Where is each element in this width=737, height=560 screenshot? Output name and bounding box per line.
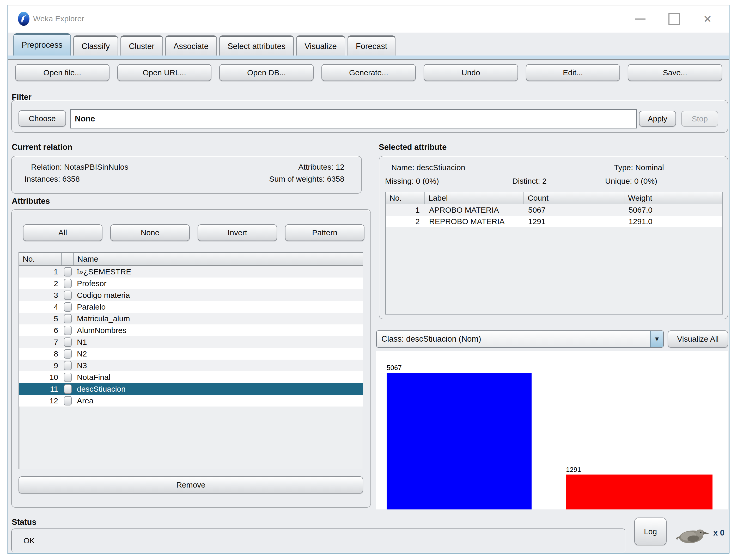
row-checkbox[interactable]: [62, 279, 74, 288]
tab-separator-line: [8, 59, 729, 60]
row-no: 8: [19, 349, 62, 358]
row-no: 6: [19, 326, 62, 335]
attribute-row-6[interactable]: 6AlumNombres: [19, 324, 362, 336]
row-name: ï»¿SEMESTRE: [74, 267, 131, 276]
visualize-all-button[interactable]: Visualize All: [668, 330, 728, 348]
chevron-down-icon[interactable]: ▼: [650, 331, 663, 347]
checkbox-icon: [64, 349, 72, 359]
row-checkbox[interactable]: [62, 373, 74, 382]
attribute-row-8[interactable]: 8N2: [19, 348, 362, 360]
open-url-button[interactable]: Open URL...: [117, 64, 212, 81]
open-file-button[interactable]: Open file...: [15, 64, 109, 81]
checkbox-icon: [64, 373, 72, 382]
attribute-row-11-selected[interactable]: 11descStiuacion: [19, 383, 362, 395]
label-row-2[interactable]: 2 REPROBO MATERIA 1291 1291.0: [386, 216, 722, 227]
edit-button[interactable]: Edit...: [526, 64, 620, 81]
apply-filter-button[interactable]: Apply: [639, 111, 676, 127]
save-button[interactable]: Save...: [628, 64, 722, 81]
row-name: Profesor: [74, 279, 106, 288]
attribute-row-12[interactable]: 12Area: [19, 395, 362, 407]
row-checkbox[interactable]: [62, 361, 74, 370]
column-weight-header: Weight: [624, 192, 722, 204]
class-dropdown-value: Class: descStiuacion (Nom): [377, 334, 650, 344]
row-no: 10: [19, 373, 62, 382]
log-button[interactable]: Log: [634, 518, 667, 545]
attribute-row-7[interactable]: 7N1: [19, 336, 362, 348]
row-name: Paralelo: [74, 303, 106, 311]
row-no: 1: [19, 267, 62, 276]
class-dropdown[interactable]: Class: descStiuacion (Nom) ▼: [376, 330, 664, 348]
attribute-row-3[interactable]: 3Codigo materia: [19, 289, 362, 301]
relation-value: Relation: NotasPBISinNulos: [31, 163, 128, 171]
tab-cluster[interactable]: Cluster: [120, 35, 163, 56]
row-checkbox[interactable]: [62, 314, 74, 323]
window-title: Weka Explorer: [33, 14, 84, 23]
row-no: 7: [19, 338, 62, 347]
filter-value-field[interactable]: None: [70, 109, 637, 128]
row-name: Matricula_alum: [74, 314, 130, 323]
minimize-button[interactable]: [631, 5, 649, 33]
missing-value: Missing: 0 (0%): [385, 177, 439, 186]
tab-associate[interactable]: Associate: [165, 35, 217, 56]
attribute-row-2[interactable]: 2Profesor: [19, 278, 362, 289]
attribute-name-value: Name: descStiuacion: [391, 163, 465, 172]
tab-forecast[interactable]: Forecast: [347, 35, 396, 56]
cell-count: 5067: [524, 206, 624, 214]
remove-button[interactable]: Remove: [19, 476, 363, 494]
attribute-row-9[interactable]: 9N3: [19, 360, 362, 371]
tab-select-attributes[interactable]: Select attributes: [219, 35, 294, 56]
all-button[interactable]: All: [23, 224, 102, 241]
close-icon: ✕: [703, 13, 712, 25]
none-button[interactable]: None: [110, 224, 190, 241]
row-checkbox[interactable]: [62, 384, 74, 394]
weka-explorer-window: Weka Explorer ✕ Preprocess Classify Clus…: [7, 5, 729, 553]
tab-bar: Preprocess Classify Cluster Associate Se…: [13, 34, 396, 56]
cell-no: 1: [386, 206, 425, 214]
invert-button[interactable]: Invert: [198, 224, 277, 241]
row-name: Codigo materia: [74, 291, 130, 300]
checkbox-icon: [64, 326, 72, 335]
checkbox-icon: [64, 361, 72, 370]
bar-aprobo-materia: [387, 373, 532, 509]
pattern-button[interactable]: Pattern: [285, 224, 364, 241]
choose-filter-button[interactable]: Choose: [19, 110, 66, 127]
row-checkbox[interactable]: [62, 326, 74, 335]
checkbox-icon: [64, 396, 72, 405]
tab-visualize[interactable]: Visualize: [296, 35, 345, 56]
tab-preprocess[interactable]: Preprocess: [13, 33, 71, 56]
maximize-button[interactable]: [665, 5, 683, 33]
checkbox-icon: [64, 337, 72, 347]
label-counts-header: No. Label Count Weight: [386, 192, 722, 204]
attributes-section-label: Attributes: [12, 196, 50, 206]
attribute-row-4[interactable]: 4Paralelo: [19, 301, 362, 313]
label-row-1[interactable]: 1 APROBO MATERIA 5067 5067.0: [386, 204, 722, 216]
attribute-select-buttons: All None Invert Pattern: [23, 224, 364, 241]
row-checkbox[interactable]: [62, 267, 74, 276]
distinct-value: Distinct: 2: [512, 177, 547, 186]
stop-filter-button: Stop: [681, 111, 718, 127]
active-tab-band: [8, 56, 729, 59]
row-no: 4: [19, 303, 62, 311]
close-button[interactable]: ✕: [698, 5, 717, 33]
row-checkbox[interactable]: [62, 396, 74, 405]
row-checkbox[interactable]: [62, 337, 74, 347]
status-message: OK: [12, 536, 35, 545]
row-name: N1: [74, 338, 87, 347]
selected-attribute-label: Selected attribute: [379, 143, 447, 152]
undo-button[interactable]: Undo: [424, 64, 518, 81]
row-checkbox[interactable]: [62, 349, 74, 359]
row-checkbox[interactable]: [62, 291, 74, 300]
attribute-row-5[interactable]: 5Matricula_alum: [19, 313, 362, 324]
attributes-table-header: No. Name: [19, 253, 362, 266]
toolbar: Open file... Open URL... Open DB... Gene…: [15, 64, 722, 81]
attribute-row-1[interactable]: 1ï»¿SEMESTRE: [19, 266, 362, 278]
cell-count: 1291: [524, 217, 624, 226]
attribute-row-10[interactable]: 10NotaFinal: [19, 371, 362, 383]
weka-bird-icon: [675, 522, 711, 546]
open-db-button[interactable]: Open DB...: [219, 64, 313, 81]
generate-button[interactable]: Generate...: [321, 64, 416, 81]
row-no: 9: [19, 361, 62, 370]
tab-classify[interactable]: Classify: [73, 35, 118, 56]
row-name: Area: [74, 396, 93, 405]
row-checkbox[interactable]: [62, 302, 74, 312]
